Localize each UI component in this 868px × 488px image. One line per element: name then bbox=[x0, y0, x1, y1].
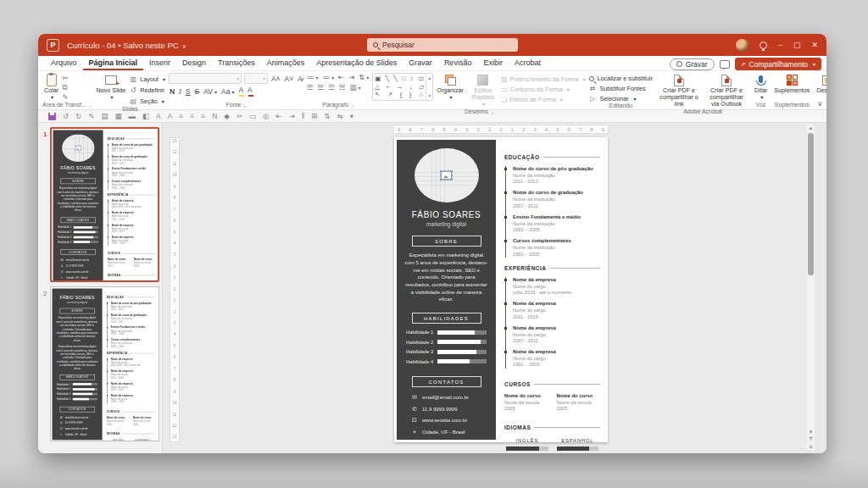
layout-button[interactable]: ▥Layout bbox=[129, 74, 165, 84]
person-name[interactable]: FÁBIO SOARES bbox=[60, 166, 95, 171]
qat-icon[interactable]: ⇥ bbox=[289, 113, 295, 120]
cut-icon[interactable]: ✂ bbox=[62, 74, 69, 82]
education-item[interactable]: Cursos complementares Nome da instituiçã… bbox=[108, 180, 156, 189]
shape-icon[interactable]: ↖ bbox=[375, 92, 380, 98]
about-text[interactable]: Especialista em marketing digital com 5 … bbox=[53, 316, 103, 342]
language-item[interactable]: INGLÊS bbox=[108, 439, 129, 441]
experience-item[interactable]: Nome da empresa Nome do cargo julho 2019… bbox=[506, 277, 600, 296]
skill-row[interactable]: Habilidade 2 bbox=[57, 388, 97, 391]
contact-row[interactable]: ✉ email@email.com.br bbox=[60, 258, 103, 262]
language-item[interactable]: ESPANHOL bbox=[134, 280, 155, 282]
dialog-launcher-icon[interactable]: ⌟ bbox=[491, 108, 493, 114]
align-right-icon[interactable]: ☲ bbox=[328, 83, 335, 92]
resume-main-column[interactable]: EDUCAÇÃO Nome do curso de pós graduação … bbox=[108, 137, 156, 281]
select-button[interactable]: ▷Selecionar bbox=[589, 95, 654, 103]
skills-section-header[interactable]: HABILIDADES bbox=[412, 313, 481, 324]
education-item[interactable]: Ensino Fundamenta e médio Nome da instit… bbox=[506, 214, 600, 233]
about-text-2[interactable]: Especialista em marketing digital com 5 … bbox=[53, 345, 103, 371]
slide-2-thumbnail[interactable]: FÁBIO SOARES marketing digital SOBRE Esp… bbox=[50, 286, 159, 441]
education-item[interactable]: Nome do curso de pós graduação Nome da i… bbox=[506, 166, 600, 185]
skill-row[interactable]: Habilidade 3 bbox=[58, 236, 98, 238]
skill-row[interactable]: Habilidade 2 bbox=[58, 230, 98, 233]
qat-icon[interactable]: ▭ bbox=[249, 113, 256, 120]
addins-button[interactable]: Suplementos bbox=[772, 73, 811, 95]
powerpoint-logo-icon[interactable]: P bbox=[47, 39, 59, 52]
resume-main-column[interactable]: EDUCAÇÃO Nome do curso de pós graduação … bbox=[504, 154, 600, 439]
experience-item[interactable]: Nome da empresa Nome do cargo 1992 – 200… bbox=[108, 394, 155, 403]
font-size-combobox[interactable] bbox=[244, 73, 268, 84]
skill-row[interactable]: Habilidade 2 bbox=[406, 340, 487, 345]
redo-icon[interactable]: ↻ bbox=[75, 112, 81, 120]
education-item[interactable]: Nome do curso de graduação Nome da insti… bbox=[108, 314, 155, 324]
qat-icon[interactable]: ◧ bbox=[142, 113, 149, 120]
bold-button[interactable]: N bbox=[169, 87, 175, 96]
person-role[interactable]: marketing digital bbox=[67, 301, 87, 304]
about-section-header[interactable]: SOBRE bbox=[412, 236, 481, 247]
course-item[interactable]: Nome do curso Nome da escola 2005 bbox=[133, 416, 155, 425]
change-case-icon[interactable]: Aa bbox=[220, 87, 235, 96]
save-icon[interactable] bbox=[48, 113, 56, 120]
contact-row[interactable]: ⊡ www.seusite.com.br bbox=[60, 270, 103, 274]
contact-row[interactable]: ⊡ www.seusite.com.br bbox=[59, 427, 103, 430]
qat-icon[interactable]: ≡ bbox=[179, 113, 183, 120]
resume-sidebar[interactable]: FÁBIO SOARES marketing digital SOBRE Esp… bbox=[53, 130, 103, 282]
shape-icon[interactable]: ↓ bbox=[409, 84, 413, 91]
course-item[interactable]: Nome do curso Nome da escola 2005 bbox=[504, 393, 548, 412]
skill-row[interactable]: Habilidade 4 bbox=[57, 397, 97, 400]
quick-styles-button[interactable]: Estilos Rápidos bbox=[467, 73, 499, 108]
close-button[interactable]: ✕ bbox=[811, 42, 818, 49]
contact-row[interactable]: ⌖ Cidade, UF - Brasil bbox=[60, 275, 103, 279]
vertical-scrollbar[interactable]: ▲ ▼ ⇈ ⇊ bbox=[807, 125, 815, 450]
tab-animacoes[interactable]: Animações bbox=[261, 56, 311, 70]
qat-icon[interactable]: ⇤ bbox=[275, 113, 281, 120]
skill-row[interactable]: Habilidade 3 bbox=[57, 393, 97, 396]
person-role[interactable]: marketing digital bbox=[426, 221, 466, 227]
experience-item[interactable]: Nome da empresa Nome do cargo 2007 - 201… bbox=[108, 382, 155, 391]
search-input[interactable]: Pesquisar bbox=[367, 38, 518, 52]
skill-row[interactable]: Habilidade 4 bbox=[406, 359, 487, 364]
shape-icon[interactable]: △ bbox=[375, 84, 380, 91]
profile-photo-placeholder[interactable] bbox=[415, 148, 479, 202]
resume-sidebar[interactable]: FÁBIO SOARES marketing digital SOBRE Esp… bbox=[397, 140, 496, 440]
course-item[interactable]: Nome do curso Nome da escola 2005 bbox=[108, 258, 130, 267]
contact-row[interactable]: ✉ email@email.com.br bbox=[59, 415, 103, 419]
about-text[interactable]: Especialista em marketing digital com 5 … bbox=[397, 252, 496, 303]
course-item[interactable]: Nome do curso Nome da escola 2005 bbox=[557, 393, 601, 412]
about-section-header[interactable]: SOBRE bbox=[59, 308, 94, 314]
tab-acrobat[interactable]: Acrobat bbox=[509, 56, 547, 70]
justify-icon[interactable]: ☵ bbox=[339, 83, 346, 92]
shape-icon[interactable]: ▱ bbox=[419, 84, 424, 91]
language-item[interactable]: ESPANHOL bbox=[557, 438, 599, 451]
experience-item[interactable]: Nome da empresa Nome do cargo 2007 - 201… bbox=[506, 325, 600, 344]
record-button[interactable]: Gravar bbox=[670, 58, 715, 70]
arrange-button[interactable]: Organizar bbox=[435, 73, 465, 102]
resume-main-column[interactable]: EDUCAÇÃO Nome do curso de pós graduação … bbox=[107, 296, 155, 440]
copy-icon[interactable]: ⧉ bbox=[62, 83, 69, 92]
decrease-indent-icon[interactable]: ⇤ bbox=[338, 73, 344, 81]
scroll-down-icon[interactable]: ▼ bbox=[809, 429, 814, 435]
qat-icon[interactable]: ≡ bbox=[190, 113, 194, 120]
next-slide-icon[interactable]: ⇊ bbox=[809, 443, 813, 450]
education-item[interactable]: Nome do curso de pós graduação Nome da i… bbox=[108, 302, 155, 311]
shape-fill-button[interactable]: ▨Preenchimento da Forma bbox=[501, 75, 586, 83]
align-left-icon[interactable]: ☰ bbox=[307, 83, 314, 92]
find-replace-button[interactable]: Localizar e substituir bbox=[589, 75, 654, 82]
shrink-font-icon[interactable]: A˅ bbox=[284, 75, 295, 83]
lightbulb-icon[interactable] bbox=[760, 42, 767, 49]
about-section-header[interactable]: SOBRE bbox=[60, 179, 95, 185]
skill-row[interactable]: Habilidade 1 bbox=[406, 330, 487, 335]
slide-editing-canvas[interactable]: FÁBIO SOARES marketing digital SOBRE Esp… bbox=[394, 137, 608, 442]
line-spacing-icon[interactable]: ⇅ bbox=[359, 73, 369, 81]
shape-icon[interactable]: ↗ bbox=[387, 92, 392, 98]
shape-icon[interactable]: → bbox=[397, 84, 403, 91]
experience-item[interactable]: Nome da empresa Nome do cargo 1992 – 200… bbox=[506, 349, 600, 368]
slide-1-thumbnail[interactable]: FÁBIO SOARES marketing digital SOBRE Esp… bbox=[50, 127, 159, 282]
contact-row[interactable]: ✆ 11 9 9999.9999 bbox=[60, 264, 103, 268]
about-text[interactable]: Especialista em marketing digital com 5 … bbox=[53, 186, 103, 213]
qat-icon[interactable]: ▤ bbox=[101, 113, 108, 120]
previous-slide-icon[interactable]: ⇈ bbox=[809, 435, 813, 442]
education-item[interactable]: Ensino Fundamenta e médio Nome da instit… bbox=[108, 326, 155, 336]
shape-icon[interactable]: ▭ bbox=[418, 75, 424, 82]
shape-icon[interactable]: ╲ bbox=[393, 75, 398, 82]
shape-icon[interactable]: ▣ bbox=[375, 75, 381, 82]
